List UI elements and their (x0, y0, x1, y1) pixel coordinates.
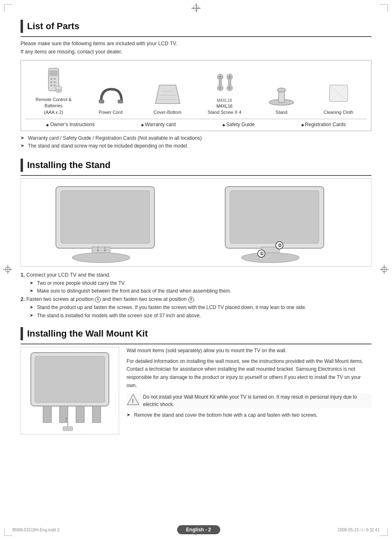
step-2-sub-1: Stand the product up and fasten the scre… (30, 304, 371, 312)
wallmount-section-divider (21, 344, 371, 344)
section-bar-stand (21, 159, 23, 172)
part-powercord: Power Cord (86, 79, 135, 115)
stand-diagram-right: ① ② (213, 185, 348, 261)
svg-text:②: ② (278, 243, 282, 248)
svg-rect-66 (63, 427, 73, 431)
coverbottom-icon (151, 81, 184, 106)
cleaningcloth-icon (326, 82, 351, 104)
svg-point-16 (53, 84, 55, 86)
standscrew-sublabel: M4XL16 (217, 98, 232, 103)
page: List of Parts Please make sure the follo… (0, 0, 392, 540)
page-footer: BN68-01518H-Eng.indd 2 English - 2 2008-… (0, 525, 392, 534)
doc-owners: Owner's Instructions (46, 122, 95, 127)
wallmount-img: ↑ (27, 351, 113, 431)
wallmount-section: ↑ Wall mount items (sold separately) all… (21, 347, 371, 434)
section-bar (21, 20, 23, 33)
cleaningcloth-label: Cleaning Cloth (324, 109, 353, 115)
installing-wallmount-header: Installing the Wall Mount Kit (21, 327, 371, 340)
wallmount-para-2: For detailed information on installing t… (127, 358, 371, 390)
list-of-parts-header: List of Parts (21, 20, 371, 33)
wallmount-diagram: ↑ (21, 347, 119, 434)
part-cleaningcloth: Cleaning Cloth (314, 79, 363, 115)
svg-point-18 (55, 86, 62, 90)
svg-text:↑: ↑ (65, 415, 68, 422)
step-2-sub-2: The stand is installed for models with t… (30, 312, 371, 320)
parts-notes: Warranty card / Safety Guide / Registrat… (21, 134, 371, 150)
corner-mark-tr (380, 4, 388, 12)
standscrew-icon (212, 69, 237, 95)
parts-note-2: The stand and stand screw may not be inc… (21, 142, 371, 150)
footer-date: 2008-05-15 □□ 9:32:41 (338, 528, 380, 532)
svg-point-11 (50, 78, 52, 80)
stand-section-divider (21, 175, 371, 176)
svg-rect-19 (99, 100, 104, 103)
parts-box: Remote Control &Batteries(AAA x 2) Power… (21, 60, 371, 131)
wallmount-text-area: Wall mount items (sold separately) allow… (127, 347, 371, 434)
step-1-sub-1: Two or more people should carry the TV. (30, 279, 371, 287)
installing-wallmount-title: Installing the Wall Mount Kit (27, 328, 148, 339)
svg-point-12 (53, 78, 55, 80)
svg-rect-63 (76, 406, 84, 422)
svg-rect-61 (43, 406, 51, 422)
powercord-label: Power Cord (99, 109, 122, 115)
installing-stand-title: Installing the Stand (27, 160, 111, 171)
svg-rect-60 (35, 356, 105, 402)
warning-text: Do not install your Wall Mount Kit while… (143, 393, 371, 408)
step-1-sub-2: Make sure to distinguish between the fro… (30, 287, 371, 295)
standscrew-m4: M4XL16 (217, 104, 233, 108)
parts-items: Remote Control &Batteries(AAA x 2) Power… (25, 66, 367, 115)
svg-text:!: ! (132, 398, 134, 404)
stand-diagram-left: ↓ ↓ (44, 185, 179, 261)
footer-filename: BN68-01518H-Eng.indd 2 (12, 528, 60, 532)
wallmount-para-1: Wall mount items (sold separately) allow… (127, 347, 371, 355)
corner-mark-tl (4, 4, 12, 12)
part-remote: Remote Control &Batteries(AAA x 2) (29, 66, 78, 115)
svg-point-14 (53, 81, 55, 83)
part-standscrew: M4XL16 M4XL16 Stand Screw X 4 (200, 68, 249, 115)
coverbottom-label: Cover-Bottom (154, 109, 182, 115)
svg-rect-20 (118, 100, 123, 103)
svg-marker-21 (155, 85, 180, 104)
warning-box: ! Do not install your Wall Mount Kit whi… (127, 393, 371, 408)
svg-text:↓: ↓ (96, 245, 100, 253)
svg-rect-10 (50, 71, 58, 76)
stand-label: Stand (276, 109, 288, 115)
remote-icon (42, 67, 65, 94)
doc-warranty: Warranty card (141, 122, 175, 127)
parts-intro: Please make sure the following items are… (21, 39, 371, 56)
parts-note-1: Warranty card / Safety Guide / Registrat… (21, 134, 371, 142)
stand-steps: 1. Connect your LCD TV and the stand. Tw… (21, 271, 371, 320)
crosshair-top (191, 3, 201, 12)
svg-rect-46 (61, 191, 150, 243)
doc-safety: Safety Guide (222, 122, 255, 127)
part-stand: Stand (257, 79, 306, 115)
section-bar-wallmount (21, 327, 23, 340)
svg-point-13 (50, 81, 52, 83)
warning-icon: ! (127, 393, 140, 406)
install-diagrams: ↓ ↓ ① ② (21, 178, 371, 267)
svg-rect-52 (230, 191, 319, 243)
part-coverbottom: Cover-Bottom (143, 79, 192, 115)
crosshair-left (3, 265, 12, 275)
powercord-icon (97, 81, 124, 106)
wallmount-note: Remove the stand and cover the bottom ho… (127, 411, 371, 419)
installing-stand-header: Installing the Stand (21, 159, 371, 172)
svg-point-15 (50, 84, 52, 86)
docs-row: Owner's Instructions Warranty card Safet… (25, 119, 367, 127)
doc-registration: Registration Cards (301, 122, 346, 127)
svg-text:↓: ↓ (103, 245, 107, 253)
step-2: 2. Fasten two screws at position 1 and t… (21, 295, 371, 304)
stand-icon (267, 81, 296, 106)
svg-rect-64 (92, 406, 101, 422)
svg-text:①: ① (260, 251, 264, 256)
crosshair-right (380, 265, 389, 275)
svg-point-54 (242, 253, 299, 263)
list-of-parts-title: List of Parts (27, 21, 79, 32)
svg-point-41 (277, 88, 286, 92)
footer-page: English - 2 (177, 525, 220, 534)
standscrew-label: Stand Screw X 4 (208, 109, 241, 115)
section-divider (21, 36, 371, 37)
svg-point-48 (72, 253, 130, 263)
step-1: 1. Connect your LCD TV and the stand. (21, 271, 371, 279)
